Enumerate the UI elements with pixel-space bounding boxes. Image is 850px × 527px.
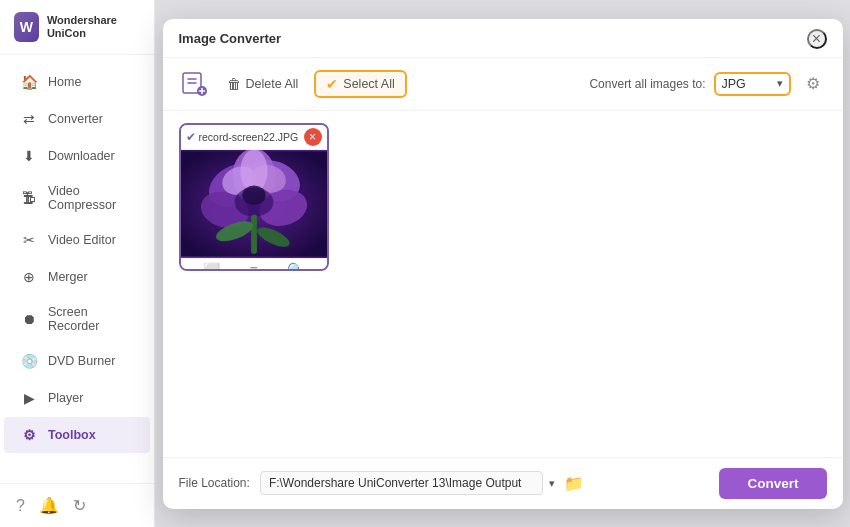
- file-location-label: File Location:: [179, 476, 250, 490]
- convert-all-label: Convert all images to:: [589, 77, 705, 91]
- sidebar-item-video-compressor[interactable]: 🗜 Video Compressor: [4, 175, 150, 221]
- format-arrow-icon: ▾: [777, 77, 783, 90]
- app-logo: W: [14, 12, 39, 42]
- sidebar-item-label: Home: [48, 75, 81, 89]
- sidebar-nav: 🏠 Home ⇄ Converter ⬇ Downloader 🗜 Video …: [0, 55, 154, 483]
- add-files-button[interactable]: [179, 68, 211, 100]
- sidebar-item-label: Converter: [48, 112, 103, 126]
- player-icon: ▶: [20, 389, 38, 407]
- sidebar-item-video-editor[interactable]: ✂ Video Editor: [4, 222, 150, 258]
- sidebar-item-label: Screen Recorder: [48, 305, 134, 333]
- location-arrow-icon: ▾: [549, 477, 555, 490]
- sidebar-item-label: Downloader: [48, 149, 115, 163]
- image-card-footer: ⬜ ≡ 🔍: [181, 258, 327, 271]
- sidebar-item-toolbox[interactable]: ⚙ Toolbox: [4, 417, 150, 453]
- convert-button[interactable]: Convert: [719, 468, 826, 499]
- sidebar-item-label: Merger: [48, 270, 88, 284]
- merger-icon: ⊕: [20, 268, 38, 286]
- converter-icon: ⇄: [20, 110, 38, 128]
- sidebar-item-screen-recorder[interactable]: ⏺ Screen Recorder: [4, 296, 150, 342]
- dialog-toolbar: 🗑 Delete All ✔ Select All Convert all im…: [163, 58, 843, 111]
- filename-text: record-screen22.JPG: [199, 131, 299, 143]
- file-location-select[interactable]: F:\Wondershare UniConverter 13\Image Out…: [260, 471, 543, 495]
- sidebar-footer: ? 🔔 ↻: [0, 483, 154, 527]
- app-title: Wondershare UniCon: [47, 14, 140, 40]
- dialog-footer: File Location: F:\Wondershare UniConvert…: [163, 457, 843, 509]
- sidebar-item-label: Video Editor: [48, 233, 116, 247]
- toolbox-icon: ⚙: [20, 426, 38, 444]
- crop-icon[interactable]: ⬜: [203, 262, 220, 271]
- sidebar-item-label: Toolbox: [48, 428, 96, 442]
- sidebar: W Wondershare UniCon 🏠 Home ⇄ Converter …: [0, 0, 155, 527]
- video-compressor-icon: 🗜: [20, 189, 38, 207]
- dialog-overlay: Image Converter × 🗑 De: [155, 0, 850, 527]
- downloader-icon: ⬇: [20, 147, 38, 165]
- dialog-title: Image Converter: [179, 31, 282, 46]
- dvd-burner-icon: 💿: [20, 352, 38, 370]
- file-check-icon: ✔: [186, 130, 196, 144]
- sidebar-item-merger[interactable]: ⊕ Merger: [4, 259, 150, 295]
- close-button[interactable]: ×: [807, 29, 827, 49]
- sidebar-item-player[interactable]: ▶ Player: [4, 380, 150, 416]
- image-card: ✔ record-screen22.JPG ×: [179, 123, 329, 271]
- trash-icon: 🗑: [227, 76, 241, 92]
- toolbar-right: Convert all images to: JPG PNG BMP WEBP …: [589, 70, 826, 98]
- file-location-select-wrapper: F:\Wondershare UniConverter 13\Image Out…: [260, 470, 710, 496]
- sidebar-item-downloader[interactable]: ⬇ Downloader: [4, 138, 150, 174]
- select-all-button[interactable]: ✔ Select All: [314, 70, 406, 98]
- zoom-icon[interactable]: 🔍: [287, 262, 304, 271]
- flower-svg: [181, 150, 327, 258]
- dialog-header: Image Converter ×: [163, 19, 843, 58]
- sidebar-item-label: DVD Burner: [48, 354, 115, 368]
- dialog-body: ✔ record-screen22.JPG ×: [163, 111, 843, 457]
- sidebar-item-dvd-burner[interactable]: 💿 DVD Burner: [4, 343, 150, 379]
- sidebar-item-converter[interactable]: ⇄ Converter: [4, 101, 150, 137]
- refresh-icon[interactable]: ↻: [73, 496, 86, 515]
- select-all-label: Select All: [343, 77, 394, 91]
- delete-all-button[interactable]: 🗑 Delete All: [219, 72, 307, 96]
- video-editor-icon: ✂: [20, 231, 38, 249]
- settings-button[interactable]: ⚙: [799, 70, 827, 98]
- home-icon: 🏠: [20, 73, 38, 91]
- open-folder-button[interactable]: 📁: [561, 470, 587, 496]
- format-select-wrapper: JPG PNG BMP WEBP TIFF GIF ▾: [714, 72, 791, 96]
- list-icon[interactable]: ≡: [249, 262, 257, 271]
- sidebar-item-label: Video Compressor: [48, 184, 134, 212]
- delete-all-label: Delete All: [246, 77, 299, 91]
- notification-icon[interactable]: 🔔: [39, 496, 59, 515]
- image-filename: ✔ record-screen22.JPG: [186, 130, 299, 144]
- image-card-header: ✔ record-screen22.JPG ×: [181, 125, 327, 150]
- format-select[interactable]: JPG PNG BMP WEBP TIFF GIF: [722, 77, 773, 91]
- image-converter-dialog: Image Converter × 🗑 De: [163, 19, 843, 509]
- sidebar-item-home[interactable]: 🏠 Home: [4, 64, 150, 100]
- sidebar-header: W Wondershare UniCon: [0, 0, 154, 55]
- svg-rect-17: [251, 214, 257, 253]
- add-icon: [181, 70, 209, 98]
- remove-image-button[interactable]: ×: [304, 128, 322, 146]
- check-icon: ✔: [326, 76, 338, 92]
- svg-point-16: [242, 185, 265, 204]
- main-content: Image Converter × 🗑 De: [155, 0, 850, 527]
- screen-recorder-icon: ⏺: [20, 310, 38, 328]
- image-preview: [181, 150, 327, 258]
- sidebar-item-label: Player: [48, 391, 83, 405]
- help-icon[interactable]: ?: [16, 497, 25, 515]
